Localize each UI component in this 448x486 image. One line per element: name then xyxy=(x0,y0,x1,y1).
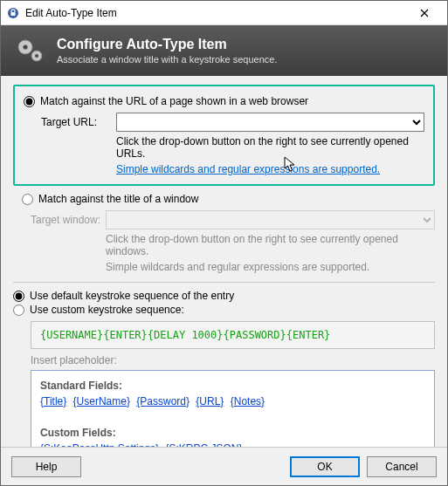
dialog-window: Edit Auto-Type Item Configure Auto-Type … xyxy=(0,0,448,486)
header-title: Configure Auto-Type Item xyxy=(57,37,278,52)
dialog-content: Match against the URL of a page shown in… xyxy=(1,76,447,447)
match-url-label: Match against the URL of a page shown in… xyxy=(40,95,308,107)
close-button[interactable] xyxy=(407,1,442,25)
custom-sequence-radio[interactable] xyxy=(13,305,24,316)
separator xyxy=(13,282,435,283)
url-match-group: Match against the URL of a page shown in… xyxy=(13,85,435,186)
dialog-header: Configure Auto-Type Item Associate a win… xyxy=(1,25,447,76)
titlebar: Edit Auto-Type Item xyxy=(1,1,447,25)
match-title-label: Match against the title of a window xyxy=(38,193,198,205)
match-title-radio[interactable] xyxy=(22,194,33,205)
help-button[interactable]: Help xyxy=(11,456,81,477)
target-window-label: Target window: xyxy=(31,214,106,226)
cancel-button[interactable]: Cancel xyxy=(367,456,437,477)
placeholder-title[interactable]: {Title} xyxy=(40,395,66,407)
placeholder-username[interactable]: {UserName} xyxy=(73,395,130,407)
app-lock-icon xyxy=(6,6,20,20)
svg-point-5 xyxy=(35,54,38,58)
target-url-combo[interactable] xyxy=(116,113,424,132)
match-url-radio[interactable] xyxy=(24,96,35,107)
target-url-label: Target URL: xyxy=(41,116,116,128)
placeholder-krpc[interactable]: {S:KRPC JSON} xyxy=(165,442,242,447)
target-window-hint2: Simple wildcards and regular expressions… xyxy=(106,261,435,273)
insert-placeholder-label: Insert placeholder: xyxy=(31,354,435,366)
default-sequence-radio[interactable] xyxy=(13,291,24,302)
default-sequence-label: Use default keystroke sequence of the en… xyxy=(30,290,234,302)
svg-rect-1 xyxy=(11,12,16,16)
placeholder-keepasshttp[interactable]: {S:KeePassHttp Settings} xyxy=(40,442,159,447)
target-window-hint1: Click the drop-down button on the right … xyxy=(106,233,435,257)
gears-icon xyxy=(13,33,48,68)
placeholder-url[interactable]: {URL} xyxy=(196,395,224,407)
standard-fields-heading: Standard Fields: xyxy=(40,380,122,392)
custom-fields-heading: Custom Fields: xyxy=(40,427,116,439)
placeholder-notes[interactable]: {Notes} xyxy=(231,395,265,407)
target-window-combo xyxy=(106,210,435,229)
keystroke-sequence-field[interactable]: {USERNAME}{ENTER}{DELAY 1000}{PASSWORD}{… xyxy=(31,321,435,349)
svg-point-3 xyxy=(24,45,28,50)
window-title: Edit Auto-Type Item xyxy=(25,7,407,19)
header-subtitle: Associate a window title with a keystrok… xyxy=(57,54,278,65)
ok-button[interactable]: OK xyxy=(290,456,360,477)
wildcards-link[interactable]: Simple wildcards and regular expressions… xyxy=(116,163,380,175)
target-url-hint: Click the drop-down button on the right … xyxy=(116,135,424,160)
custom-sequence-label: Use custom keystroke sequence: xyxy=(30,304,184,316)
placeholder-password[interactable]: {Password} xyxy=(136,395,190,407)
dialog-footer: Help OK Cancel xyxy=(1,447,447,485)
placeholder-list[interactable]: Standard Fields: {Title} {UserName} {Pas… xyxy=(31,370,435,447)
